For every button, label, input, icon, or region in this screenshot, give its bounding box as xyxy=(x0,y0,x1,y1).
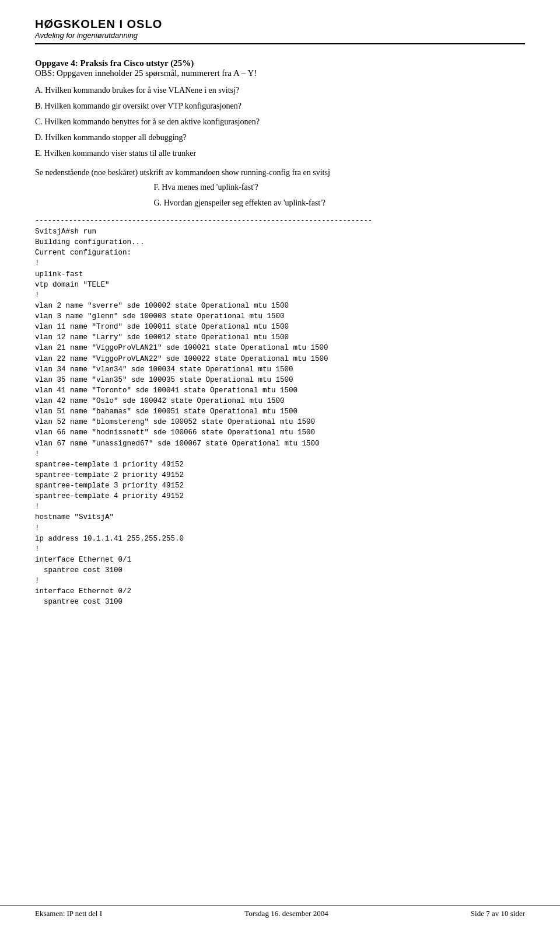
code-block: SvitsjA#sh run Building configuration...… xyxy=(35,227,525,608)
question-e: E. Hvilken kommando viser status til all… xyxy=(35,147,525,159)
separator-line: ----------------------------------------… xyxy=(35,216,525,224)
institution-subtitle: Avdeling for ingeniørutdanning xyxy=(35,31,525,40)
page-header: HØGSKOLEN I OSLO Avdeling for ingeniørut… xyxy=(35,18,525,44)
institution-title: HØGSKOLEN I OSLO xyxy=(35,18,525,31)
question-a: A. Hvilken kommando brukes for å vise VL… xyxy=(35,84,525,96)
description-text: Se nedenstående (noe beskåret) utskrift … xyxy=(35,166,525,179)
page: HØGSKOLEN I OSLO Avdeling for ingeniørut… xyxy=(0,0,560,930)
page-footer: Eksamen: IP nett del I Torsdag 16. desem… xyxy=(0,905,560,918)
questions-block: A. Hvilken kommando brukes for å vise VL… xyxy=(35,84,525,159)
footer-center: Torsdag 16. desember 2004 xyxy=(244,909,328,918)
section-intro: OBS: Oppgaven inneholder 25 spørsmål, nu… xyxy=(35,68,257,78)
question-g: G. Hvordan gjenspeiler seg effekten av '… xyxy=(35,197,525,209)
label-f: F. xyxy=(154,183,162,191)
label-a: A. xyxy=(35,86,45,95)
footer-left: Eksamen: IP nett del I xyxy=(35,909,102,918)
label-b: B. xyxy=(35,102,44,110)
footer-right: Side 7 av 10 sider xyxy=(471,909,525,918)
question-b: B. Hvilken kommando gir oversikt over VT… xyxy=(35,100,525,112)
questions-fg-block: F. Hva menes med 'uplink-fast'? G. Hvord… xyxy=(35,181,525,209)
section-title: Oppgave 4: Praksis fra Cisco utstyr (25%… xyxy=(35,58,525,78)
question-d: D. Hvilken kommando stopper all debuggin… xyxy=(35,131,525,144)
label-d: D. xyxy=(35,133,45,142)
question-f: F. Hva menes med 'uplink-fast'? xyxy=(35,181,525,193)
label-g: G. xyxy=(154,198,164,207)
label-e: E. xyxy=(35,149,44,158)
question-c: C. Hvilken kommando benyttes for å se de… xyxy=(35,116,525,128)
label-c: C. xyxy=(35,117,44,126)
